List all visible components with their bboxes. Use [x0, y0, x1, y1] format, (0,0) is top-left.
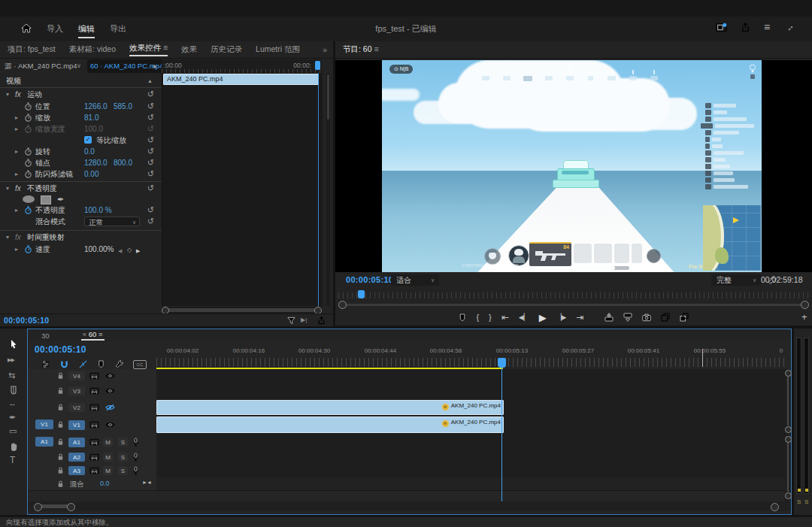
reset-icon[interactable]: ↺	[147, 169, 154, 179]
home-icon[interactable]	[21, 23, 32, 33]
add-keyframe-icon[interactable]: ◇	[127, 245, 132, 256]
program-video-area[interactable]: ⊙ N|B	[335, 60, 812, 272]
linked-selection-icon[interactable]	[79, 360, 87, 368]
tab-sequence-30[interactable]: 30	[41, 332, 50, 340]
ellipse-mask-icon[interactable]	[23, 195, 35, 203]
rectangle-tool-icon[interactable]: ▭	[9, 426, 17, 436]
mute-button[interactable]: M	[103, 466, 113, 475]
snap-magnet-icon[interactable]	[60, 360, 68, 368]
rotation-value[interactable]: 0.0	[84, 147, 95, 157]
reset-icon[interactable]: ↺	[147, 89, 154, 99]
sequence-expand-icon[interactable]: ▸	[153, 59, 157, 73]
track-name-v1[interactable]: V1	[68, 420, 85, 430]
multicam-toggle-icon[interactable]	[680, 313, 689, 322]
stopwatch-icon[interactable]	[24, 206, 32, 214]
hand-tool-icon[interactable]	[10, 442, 17, 451]
filter-properties-icon[interactable]	[287, 317, 295, 325]
tab-overflow-icon[interactable]: »	[323, 45, 327, 54]
export-frame-icon[interactable]	[642, 313, 651, 322]
mute-button[interactable]: M	[103, 438, 113, 447]
menu-import[interactable]: 导入	[47, 23, 63, 35]
next-keyframe-icon[interactable]: ▶	[136, 246, 140, 256]
razor-tool-icon[interactable]	[10, 386, 17, 395]
pen-mask-icon[interactable]: ✒	[57, 194, 64, 204]
fullscreen-icon[interactable]: ↕	[786, 23, 796, 33]
expand-icon[interactable]: ▸	[15, 205, 18, 216]
voiceover-mic-icon[interactable]	[132, 453, 139, 462]
track-name-v4[interactable]: V4	[68, 371, 85, 380]
scroll-handle[interactable]	[785, 370, 792, 377]
position-y-value[interactable]: 585.0	[114, 101, 132, 112]
playback-resolution-select[interactable]: 完整∨	[711, 274, 761, 286]
position-x-value[interactable]: 1266.0	[84, 101, 108, 112]
effect-mini-ruler[interactable]: :00:00 00:00:	[162, 59, 322, 74]
source-patch-icon[interactable]	[89, 438, 99, 446]
mark-in-icon[interactable]: {	[476, 313, 479, 322]
mini-vertical-scrollbar[interactable]	[326, 73, 330, 306]
fx-group-opacity[interactable]: ▾ fx 不透明度 ↺	[0, 183, 162, 194]
zoom-level-select[interactable]: 适合∨	[391, 274, 439, 286]
tab-bin[interactable]: 素材箱: video	[69, 44, 116, 55]
timeline-settings-icon[interactable]	[41, 360, 50, 368]
scroll-handle[interactable]	[785, 492, 792, 499]
reset-icon[interactable]: ↺	[147, 205, 154, 215]
export-icon[interactable]	[317, 317, 326, 325]
expand-icon[interactable]: ▸	[15, 124, 18, 135]
effect-controls-timecode[interactable]: 00:00:05:10	[4, 316, 50, 325]
reset-icon[interactable]: ↺	[147, 217, 154, 226]
fx-group-motion[interactable]: ▾ fx 运动 ↺	[0, 89, 162, 100]
timeline-vertical-scrollbar[interactable]	[785, 369, 791, 501]
track-lane-v1[interactable]: fxAKM_240 PC.mp4	[156, 416, 786, 435]
track-name-a2[interactable]: A2	[68, 453, 85, 462]
clip-v2[interactable]: fxAKM_240 PC.mp4	[156, 400, 504, 415]
tab-history[interactable]: 历史记录	[211, 44, 242, 55]
track-lane-v4[interactable]	[156, 369, 786, 383]
add-marker-icon[interactable]	[98, 360, 105, 368]
program-timecode[interactable]: 00:00:05:10	[346, 275, 393, 284]
mini-playhead-handle[interactable]	[315, 61, 320, 70]
voiceover-mic-icon[interactable]	[132, 438, 139, 447]
prev-keyframe-icon[interactable]: ◀	[118, 246, 122, 256]
lift-icon[interactable]	[604, 313, 614, 322]
antiflicker-value[interactable]: 0.00	[84, 169, 98, 180]
solo-button[interactable]: S	[118, 466, 128, 475]
lock-icon[interactable]	[56, 438, 65, 446]
track-output-eyeoff-icon[interactable]	[105, 404, 115, 411]
solo-button[interactable]: S	[118, 453, 128, 462]
goto-in-icon[interactable]: ⇤	[501, 312, 509, 323]
expand-icon[interactable]: ▸	[15, 147, 18, 157]
timeline-ruler[interactable]: 00:00:04:02 00:00:04:16 00:00:04:30 00:0…	[156, 347, 786, 369]
uniform-scale-checkbox[interactable]: ✓	[84, 136, 92, 144]
mark-out-icon[interactable]: }	[489, 313, 492, 322]
type-tool-icon[interactable]: T	[10, 455, 15, 465]
stopwatch-icon[interactable]	[24, 245, 32, 253]
tab-sequence-60[interactable]: × 60 ≡	[81, 330, 105, 341]
captions-icon[interactable]: CC	[133, 360, 147, 369]
lock-icon[interactable]	[56, 403, 65, 411]
reset-icon[interactable]: ↺	[147, 158, 154, 168]
reset-icon[interactable]: ↺	[147, 113, 154, 123]
track-lane-a3[interactable]	[156, 464, 786, 478]
workspaces-menu-icon[interactable]: ≡	[764, 21, 770, 33]
timeline-horizontal-scrollbar[interactable]	[28, 501, 791, 511]
track-name-a1[interactable]: A1	[68, 438, 85, 447]
tab-lumetri[interactable]: Lumetri 范围	[256, 44, 300, 55]
tab-program[interactable]: 节目: 60 ≡	[343, 44, 379, 55]
stopwatch-icon[interactable]	[24, 102, 32, 111]
stopwatch-icon[interactable]	[24, 147, 32, 156]
track-lane-a2[interactable]	[156, 450, 786, 465]
speed-value[interactable]: 100.00%	[84, 244, 114, 255]
program-scrubber[interactable]	[338, 290, 809, 299]
panel-menu-icon[interactable]: ≡	[163, 43, 168, 52]
track-output-eye-icon[interactable]	[105, 387, 115, 395]
keyframe-nav-icon[interactable]: ►◄	[142, 480, 151, 485]
timeline-wrench-icon[interactable]	[115, 360, 123, 368]
opacity-value[interactable]: 100.0 %	[84, 205, 112, 216]
source-clip-label[interactable]: 源 · AKM_240 PC.mp4	[5, 59, 77, 73]
selection-tool-icon[interactable]	[10, 339, 17, 350]
scroll-handle[interactable]	[785, 426, 792, 433]
menu-export[interactable]: 导出	[110, 23, 126, 35]
source-patch-a1[interactable]: A1	[35, 437, 53, 447]
program-scrollbar[interactable]	[338, 301, 809, 308]
source-patch-v1[interactable]: V1	[35, 419, 53, 429]
